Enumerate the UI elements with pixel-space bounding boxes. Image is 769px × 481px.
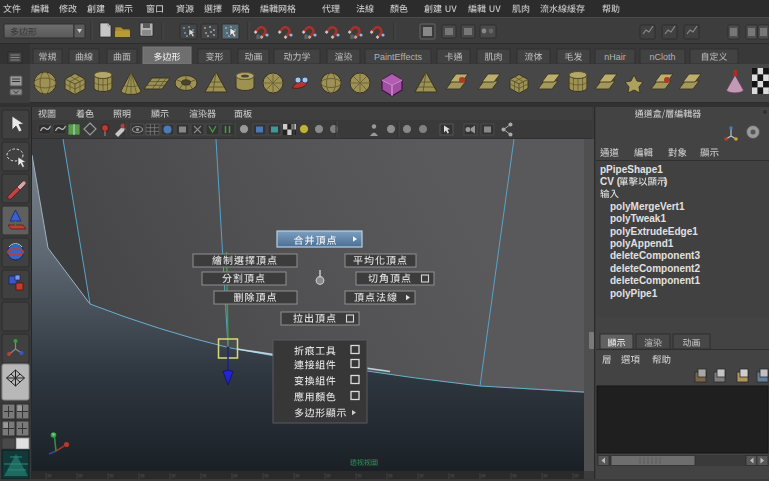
svg-text:): ) [664, 176, 667, 187]
svg-text:nHair: nHair [604, 52, 626, 62]
svg-text:polyMergeVert1: polyMergeVert1 [610, 201, 685, 212]
svg-text:deleteComponent3: deleteComponent3 [610, 250, 700, 261]
svg-text:deleteComponent1: deleteComponent1 [610, 275, 700, 286]
svg-text:polyTweak1: polyTweak1 [610, 213, 666, 224]
svg-text:CV (: CV ( [600, 176, 621, 187]
svg-text:deleteComponent2: deleteComponent2 [610, 263, 700, 274]
svg-text:polyPipe1: polyPipe1 [610, 288, 658, 299]
svg-text:nCloth: nCloth [649, 52, 675, 62]
svg-text:pPipeShape1: pPipeShape1 [600, 164, 663, 175]
svg-text:polyExtrudeEdge1: polyExtrudeEdge1 [610, 226, 698, 237]
svg-text:PaintEffects: PaintEffects [374, 52, 422, 62]
svg-text:polyAppend1: polyAppend1 [610, 238, 674, 249]
